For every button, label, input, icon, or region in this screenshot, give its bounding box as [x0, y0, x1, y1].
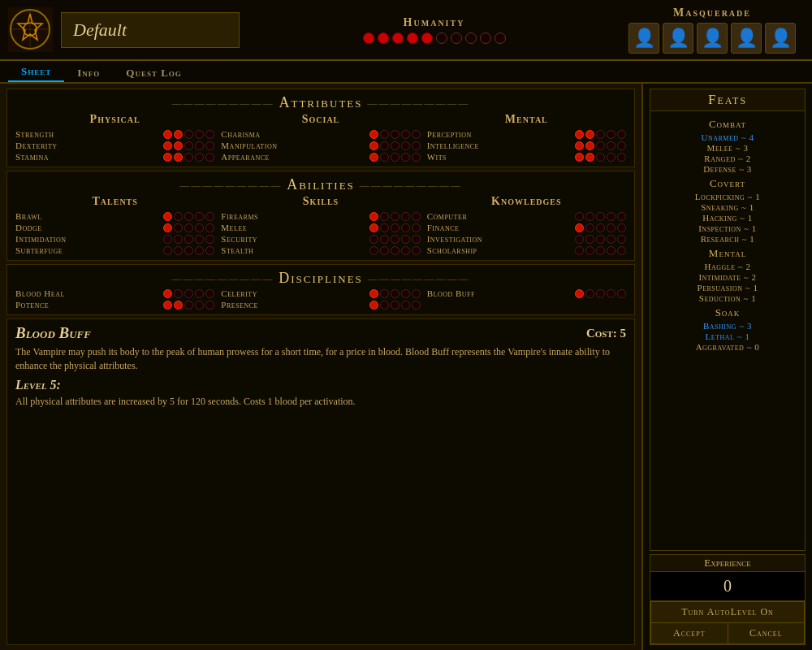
stat-dot[interactable] — [617, 235, 626, 244]
stat-dot[interactable] — [596, 212, 605, 221]
stat-dot[interactable] — [174, 141, 183, 150]
stat-dot[interactable] — [369, 141, 378, 150]
stat-dot[interactable] — [585, 153, 594, 162]
stat-dot[interactable] — [195, 212, 204, 221]
stat-dot[interactable] — [391, 235, 400, 244]
dot[interactable] — [378, 32, 389, 44]
stat-dot[interactable] — [401, 141, 410, 150]
stat-dot[interactable] — [205, 246, 214, 255]
stat-dot[interactable] — [369, 301, 378, 310]
stat-dot[interactable] — [401, 130, 410, 139]
stat-dot[interactable] — [412, 212, 421, 221]
stat-dot[interactable] — [401, 223, 410, 232]
stat-dot[interactable] — [391, 301, 400, 310]
stat-dot[interactable] — [380, 153, 389, 162]
stat-dot[interactable] — [174, 130, 183, 139]
dot[interactable] — [407, 32, 418, 44]
stat-dot[interactable] — [369, 289, 378, 298]
stat-dot[interactable] — [391, 130, 400, 139]
stat-dot[interactable] — [596, 235, 605, 244]
stat-dot[interactable] — [585, 212, 594, 221]
stat-dot[interactable] — [195, 246, 204, 255]
stat-dot[interactable] — [380, 130, 389, 139]
stat-dot[interactable] — [575, 212, 584, 221]
stat-dot[interactable] — [195, 141, 204, 150]
stat-dot[interactable] — [184, 301, 193, 310]
stat-dot[interactable] — [575, 246, 584, 255]
stat-dot[interactable] — [585, 141, 594, 150]
stat-dot[interactable] — [401, 235, 410, 244]
stat-dot[interactable] — [369, 246, 378, 255]
stat-dot[interactable] — [174, 153, 183, 162]
stat-dot[interactable] — [195, 235, 204, 244]
tab-info[interactable]: Info — [64, 64, 113, 82]
stat-dot[interactable] — [205, 301, 214, 310]
stat-dot[interactable] — [174, 223, 183, 232]
stat-dot[interactable] — [575, 235, 584, 244]
stat-dot[interactable] — [617, 141, 626, 150]
stat-dot[interactable] — [391, 153, 400, 162]
stat-dot[interactable] — [575, 130, 584, 139]
stat-dot[interactable] — [184, 235, 193, 244]
accept-button[interactable]: Accept — [650, 622, 728, 644]
stat-dot[interactable] — [575, 153, 584, 162]
stat-dot[interactable] — [575, 141, 584, 150]
stat-dot[interactable] — [585, 246, 594, 255]
stat-dot[interactable] — [184, 289, 193, 298]
stat-dot[interactable] — [205, 235, 214, 244]
stat-dot[interactable] — [380, 235, 389, 244]
dot[interactable] — [436, 32, 447, 44]
stat-dot[interactable] — [412, 289, 421, 298]
stat-dot[interactable] — [575, 289, 584, 298]
stat-dot[interactable] — [369, 153, 378, 162]
dot[interactable] — [451, 32, 462, 44]
stat-dot[interactable] — [412, 141, 421, 150]
stat-dot[interactable] — [596, 289, 605, 298]
stat-dot[interactable] — [401, 212, 410, 221]
stat-dot[interactable] — [369, 235, 378, 244]
stat-dot[interactable] — [174, 289, 183, 298]
stat-dot[interactable] — [596, 130, 605, 139]
stat-dot[interactable] — [401, 289, 410, 298]
stat-dot[interactable] — [607, 130, 615, 139]
stat-dot[interactable] — [380, 301, 389, 310]
stat-dot[interactable] — [585, 130, 594, 139]
stat-dot[interactable] — [617, 246, 626, 255]
cancel-button[interactable]: Cancel — [728, 622, 806, 644]
stat-dot[interactable] — [380, 246, 389, 255]
stat-dot[interactable] — [174, 235, 183, 244]
stat-dot[interactable] — [412, 223, 421, 232]
stat-dot[interactable] — [575, 223, 584, 232]
stat-dot[interactable] — [617, 130, 626, 139]
stat-dot[interactable] — [401, 246, 410, 255]
stat-dot[interactable] — [184, 212, 193, 221]
stat-dot[interactable] — [195, 130, 204, 139]
stat-dot[interactable] — [617, 153, 626, 162]
stat-dot[interactable] — [163, 212, 172, 221]
stat-dot[interactable] — [163, 246, 172, 255]
stat-dot[interactable] — [380, 141, 389, 150]
dot[interactable] — [392, 32, 404, 44]
stat-dot[interactable] — [596, 153, 605, 162]
stat-dot[interactable] — [184, 246, 193, 255]
stat-dot[interactable] — [163, 141, 172, 150]
stat-dot[interactable] — [401, 153, 410, 162]
stat-dot[interactable] — [163, 235, 172, 244]
dot[interactable] — [495, 32, 506, 44]
dot[interactable] — [363, 32, 374, 44]
stat-dot[interactable] — [412, 246, 421, 255]
dot[interactable] — [421, 32, 433, 44]
stat-dot[interactable] — [412, 130, 421, 139]
character-name[interactable]: Default — [61, 12, 240, 48]
stat-dot[interactable] — [174, 246, 183, 255]
stat-dot[interactable] — [607, 212, 615, 221]
stat-dot[interactable] — [163, 289, 172, 298]
stat-dot[interactable] — [391, 223, 400, 232]
stat-dot[interactable] — [174, 212, 183, 221]
autolevel-button[interactable]: Turn AutoLevel On — [650, 601, 805, 622]
stat-dot[interactable] — [195, 289, 204, 298]
stat-dot[interactable] — [596, 246, 605, 255]
stat-dot[interactable] — [412, 153, 421, 162]
stat-dot[interactable] — [585, 223, 594, 232]
stat-dot[interactable] — [607, 141, 615, 150]
